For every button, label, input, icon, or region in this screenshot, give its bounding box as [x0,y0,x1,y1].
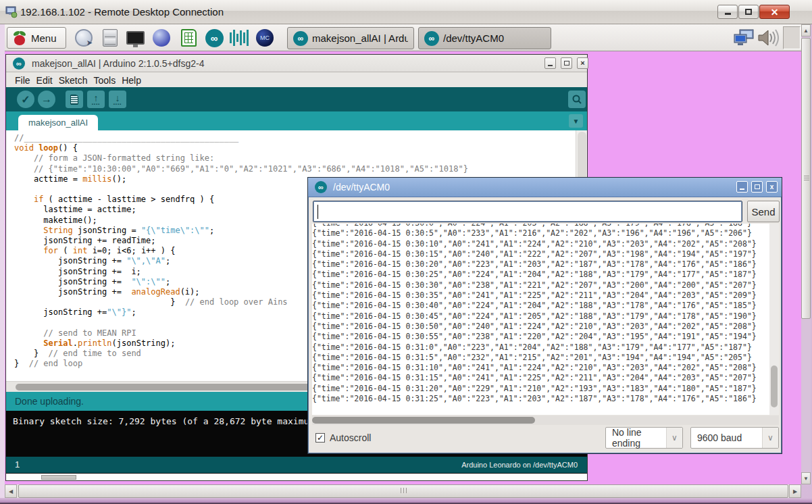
maximize-icon [564,61,569,66]
baud-rate-dropdown[interactable]: 9600 baud ∨ [690,427,779,449]
tray-panel [783,26,801,49]
serial-line: {"time":"2016-04-15 0:31:25","A0":"223",… [312,394,769,404]
chevron-down-icon: ▼ [573,118,580,125]
serial-window-title: /dev/ttyACM0 [333,182,390,193]
taskbar: Menu ∞ MC ∞ makejson_allAI | Ardu... ∞ /… [5,24,801,51]
status-message: Done uploading. [15,396,84,407]
scrollbar-thumb[interactable] [41,475,76,480]
task-button-arduino-sketch[interactable]: ∞ makejson_allAI | Ardu... [287,27,414,49]
scrollbar-thumb[interactable] [801,38,811,319]
menu-edit[interactable]: Edit [36,75,53,86]
serial-titlebar[interactable]: ∞ /dev/ttyACM0 x [308,178,782,197]
arduino-infinity-icon: ∞ [315,181,327,193]
serial-close-button[interactable]: x [766,181,778,193]
scrollbar-thumb[interactable] [771,366,778,407]
close-icon: × [580,59,584,67]
serial-line: {"time":"2016-04-15 0:30:55","A0":"238",… [312,332,769,342]
spreadsheet-icon[interactable] [177,27,200,49]
menu-help[interactable]: Help [122,75,141,86]
ide-menubar: FileEditSketchToolsHelp [6,72,587,87]
rdp-app-icon [5,5,18,19]
minimize-icon [548,65,553,66]
serial-line: {"time":"2016-04-15 0:30:20","A0":"223",… [312,259,769,270]
navy-app-icon[interactable]: MC [253,27,276,49]
serial-line: {"time":"2016-04-15 0:31:0","A0":"223","… [312,343,769,353]
ide-minimize-button[interactable] [544,57,556,69]
serial-line: {"time":"2016-04-15 0:30:45","A0":"224",… [312,311,769,322]
globe-cursor-icon [75,29,93,47]
autoscroll-checkbox[interactable]: ✓ [315,433,325,443]
chevron-down-icon: ∨ [666,428,682,448]
rdp-close-button[interactable]: ✕ [759,5,790,19]
save-sketch-button[interactable]: ↓▪▪▪▪ [109,91,126,108]
maximize-icon [745,9,752,15]
task-label: makejson_allAI | Ardu... [312,32,408,44]
serial-maximize-button[interactable] [751,181,763,193]
taskbar-menu-button[interactable]: Menu [7,27,66,49]
blue-sphere-icon[interactable] [150,27,173,49]
ide-toolbar: ✓ → ↑▪▪▪▪ ↓▪▪▪▪ [6,87,587,111]
menu-label: Menu [31,32,57,44]
terminal-icon[interactable] [124,27,147,49]
rdp-minimize-button[interactable] [717,5,738,19]
serial-send-input[interactable] [313,201,742,222]
new-sketch-button[interactable] [66,91,83,108]
pulse-bars-icon[interactable] [228,27,251,49]
serial-line: {"time":"2016-04-15 0:30:50","A0":"240",… [312,322,769,332]
menu-sketch[interactable]: Sketch [59,75,88,86]
serial-line: {"time":"2016-04-15 0:30:15","A0":"240",… [312,249,769,259]
autoscroll-label: Autoscroll [330,432,371,443]
rdp-titlebar: 192.168.1.102 - Remote Desktop Connectio… [0,0,812,24]
magnifier-icon [572,94,582,105]
serial-line: {"time":"2016-04-15 0:30:35","A0":"241",… [312,291,769,301]
close-icon: ✕ [771,7,779,17]
task-button-serial-monitor[interactable]: ∞ /dev/ttyACM0 [418,27,551,49]
text-caret [318,205,318,219]
serial-line: {"time":"2016-04-15 0:30:25","A0":"224",… [312,270,769,280]
serial-monitor-button[interactable] [568,91,586,108]
serial-line: {"time":"2016-04-15 0:30:40","A0":"224",… [312,301,769,311]
rdp-horizontal-scrollbar[interactable]: ◀ ▶ [5,484,801,498]
scroll-right-arrow[interactable]: ▶ [789,484,801,498]
monitor-icon [126,31,145,45]
menu-file[interactable]: File [15,75,30,86]
upload-button[interactable]: → [38,91,55,108]
scrollbar-thumb[interactable] [312,417,535,424]
bars-icon [229,29,249,47]
ide-bottom-scrollbar[interactable] [6,473,587,480]
chevron-down-icon: ∨ [762,428,778,448]
send-button[interactable]: Send [747,201,780,222]
web-browser-icon[interactable] [72,27,95,49]
arduino-ide-icon[interactable]: ∞ [203,27,226,49]
menu-tools[interactable]: Tools [94,75,116,86]
ide-titlebar[interactable]: ∞ makejson_allAI | Arduino 2:1.0.5+dfsg2… [6,55,587,72]
serial-horizontal-scrollbar[interactable] [312,415,779,425]
document-icon [70,95,78,105]
ide-maximize-button[interactable] [561,57,572,69]
scroll-left-arrow[interactable]: ◀ [5,484,17,498]
rdp-maximize-button[interactable] [738,5,759,19]
minimize-icon [725,13,731,15]
serial-minimize-button[interactable] [736,181,748,193]
serial-line: {"time":"2016-04-15 0:30:5","A0":"233","… [312,228,769,238]
line-ending-dropdown[interactable]: No line ending ∨ [605,427,683,449]
rdp-vertical-scrollbar[interactable]: ▲ ▼ [801,24,811,484]
tab-makejson-allai[interactable]: makejson_allAI [18,115,98,130]
scrollbar-thumb[interactable] [18,484,788,498]
serial-output[interactable]: {"time":"2016-04-15 0:30:0","A0":"224","… [312,224,769,415]
serial-vertical-scrollbar[interactable] [769,224,779,415]
task-label: /dev/ttyACM0 [443,32,504,44]
ide-close-button[interactable]: × [577,57,588,69]
ide-tabbar: makejson_allAI ▼ [6,111,587,130]
serial-lines: {"time":"2016-04-15 0:30:0","A0":"224","… [312,224,769,404]
volume-tray-icon[interactable] [757,28,781,47]
raspberry-icon [13,30,26,45]
scroll-down-arrow[interactable]: ▼ [801,472,811,484]
tab-dropdown-button[interactable]: ▼ [569,114,583,128]
network-tray-icon[interactable] [733,28,755,47]
scroll-up-arrow[interactable]: ▲ [801,24,811,36]
close-icon: x [770,184,774,191]
verify-button[interactable]: ✓ [17,91,34,108]
file-manager-icon[interactable] [99,27,122,49]
open-sketch-button[interactable]: ↑▪▪▪▪ [87,91,105,108]
